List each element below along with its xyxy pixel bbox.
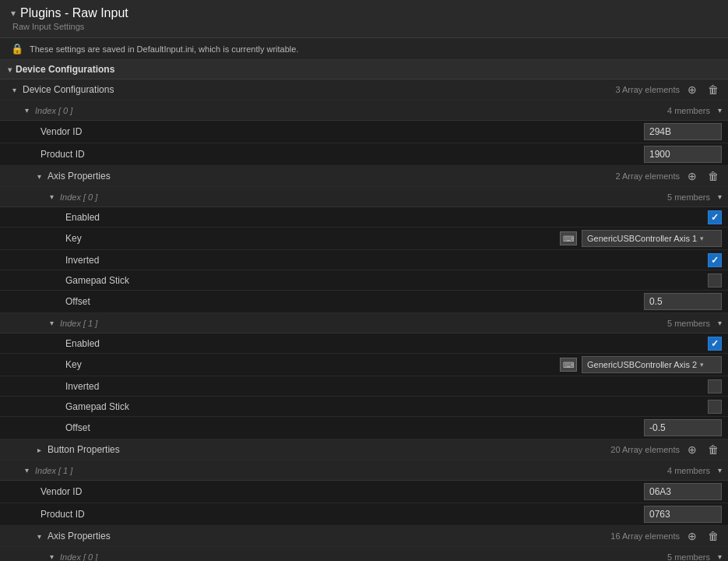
axis0-i0-member-count: 5 members bbox=[667, 192, 710, 202]
vendor-id-input-1[interactable] bbox=[644, 483, 722, 500]
axis0-i1-keyboard-icon[interactable]: ⌨ bbox=[560, 358, 577, 372]
product-id-label-0: Product ID bbox=[37, 149, 557, 160]
axis0-i0-offset-row: Offset bbox=[0, 291, 728, 313]
axis0-i0-key-row: Key ⌨ GenericUSBController Axis 1 ▾ bbox=[0, 228, 728, 250]
axis0-i1-inverted-checkbox[interactable] bbox=[708, 379, 722, 393]
axis0-i1-inverted-label: Inverted bbox=[62, 381, 557, 392]
axis0-i1-enabled-row: Enabled ✓ bbox=[0, 333, 728, 354]
axis0-i0-collapse-icon[interactable]: ▾ bbox=[718, 192, 722, 201]
page-subtitle: Raw Input Settings bbox=[11, 22, 717, 31]
section-header[interactable]: ▾ Device Configurations bbox=[0, 60, 728, 79]
axis0-i0-inverted-checkbox[interactable]: ✓ bbox=[708, 253, 722, 267]
info-text: These settings are saved in DefaultInput… bbox=[30, 44, 298, 54]
index0-collapse-icon[interactable]: ▾ bbox=[718, 106, 722, 115]
axis0-i1-collapse-icon[interactable]: ▾ bbox=[718, 319, 722, 327]
axis0-i1-key-label: Key bbox=[62, 359, 557, 370]
axis0-i0-key-label: Key bbox=[62, 233, 557, 244]
section-chevron-icon: ▾ bbox=[8, 65, 12, 74]
button-properties-row: ▸ Button Properties 20 Array elements ⊕ … bbox=[0, 439, 728, 460]
page-title: ▾ Plugins - Raw Input bbox=[11, 6, 717, 20]
axis0-index0-row[interactable]: ▾ Index [ 0 ] 5 members ▾ bbox=[0, 187, 728, 207]
product-id-row-0: Product ID bbox=[0, 143, 728, 166]
axis1-array-count: 16 Array elements bbox=[610, 531, 680, 541]
axis0-i0-key-dropdown[interactable]: GenericUSBController Axis 1 ▾ bbox=[582, 230, 722, 247]
axis1-i0-collapse-icon[interactable]: ▾ bbox=[718, 552, 722, 561]
chevron-icon: ▾ bbox=[11, 8, 16, 19]
btn-props-add-button[interactable]: ⊕ bbox=[684, 442, 700, 457]
index1-row[interactable]: ▾ Index [ 1 ] 4 members ▾ bbox=[0, 460, 728, 481]
axis-properties-0-label: Axis Properties bbox=[44, 171, 557, 182]
axis0-i0-inverted-row: Inverted ✓ bbox=[0, 250, 728, 270]
axis0-i1-key-row: Key ⌨ GenericUSBController Axis 2 ▾ bbox=[0, 354, 728, 376]
axis1-index0-label: Index [ 0 ] bbox=[57, 552, 557, 562]
axis0-i1-key-dropdown[interactable]: GenericUSBController Axis 2 ▾ bbox=[582, 356, 722, 373]
axis1-delete-button[interactable]: 🗑 bbox=[705, 528, 722, 544]
axis0-i1-inverted-row: Inverted bbox=[0, 376, 728, 397]
axis0-i0-keyboard-icon[interactable]: ⌨ bbox=[560, 231, 577, 245]
axis0-i0-gamepad-label: Gamepad Stick bbox=[62, 275, 557, 286]
btn-props-array-count: 20 Array elements bbox=[610, 445, 680, 454]
axis1-i0-chevron-icon: ▾ bbox=[50, 552, 54, 561]
axis0-i0-inverted-check-icon: ✓ bbox=[711, 255, 719, 266]
index0-label: Index [ 0 ] bbox=[32, 106, 557, 115]
vendor-id-label-1: Vendor ID bbox=[37, 486, 557, 497]
device-configurations-label: Device Configurations bbox=[19, 84, 557, 95]
axis0-i1-gamepad-checkbox[interactable] bbox=[708, 400, 722, 414]
product-id-row-1: Product ID bbox=[0, 503, 728, 526]
index0-row[interactable]: ▾ Index [ 0 ] 4 members ▾ bbox=[0, 101, 728, 121]
axis0-i0-offset-input[interactable] bbox=[644, 293, 722, 310]
axis-properties-0-row: ▾ Axis Properties 2 Array elements ⊕ 🗑 bbox=[0, 166, 728, 187]
axis0-i0-enabled-label: Enabled bbox=[62, 212, 557, 223]
axis0-i0-enabled-check-icon: ✓ bbox=[711, 212, 719, 223]
axis1-add-button[interactable]: ⊕ bbox=[684, 528, 700, 544]
index1-chevron-icon: ▾ bbox=[25, 466, 29, 475]
axis0-index0-label: Index [ 0 ] bbox=[57, 192, 557, 202]
index1-collapse-icon[interactable]: ▾ bbox=[718, 466, 722, 475]
axis0-i1-enabled-label: Enabled bbox=[62, 338, 557, 349]
axis1-index0-row[interactable]: ▾ Index [ 0 ] 5 members ▾ bbox=[0, 547, 728, 561]
axis0-i1-chevron-icon: ▾ bbox=[50, 319, 54, 327]
info-bar: 🔒 These settings are saved in DefaultInp… bbox=[0, 38, 728, 60]
index1-label: Index [ 1 ] bbox=[32, 466, 557, 475]
axis0-i0-enabled-checkbox[interactable]: ✓ bbox=[708, 210, 722, 224]
button-properties-label: Button Properties bbox=[44, 444, 557, 455]
axis0-i1-member-count: 5 members bbox=[667, 319, 710, 328]
axis0-i0-gamepad-checkbox[interactable] bbox=[708, 273, 722, 288]
axis0-i1-gamepad-label: Gamepad Stick bbox=[62, 401, 557, 412]
axis0-delete-button[interactable]: 🗑 bbox=[705, 168, 722, 184]
axis0-index1-row[interactable]: ▾ Index [ 1 ] 5 members ▾ bbox=[0, 313, 728, 333]
axis0-i1-gamepad-row: Gamepad Stick bbox=[0, 397, 728, 417]
axis0-i1-offset-input[interactable] bbox=[644, 419, 722, 436]
product-id-input-0[interactable] bbox=[644, 146, 722, 163]
index0-chevron-icon: ▾ bbox=[25, 106, 29, 115]
dc-add-button[interactable]: ⊕ bbox=[684, 82, 700, 97]
vendor-id-input-0[interactable] bbox=[644, 123, 722, 140]
axis0-i1-enabled-checkbox[interactable]: ✓ bbox=[708, 337, 722, 351]
axis0-i1-caret-icon: ▾ bbox=[700, 361, 704, 369]
axis0-i0-offset-label: Offset bbox=[62, 296, 557, 307]
btn-props-delete-button[interactable]: 🗑 bbox=[705, 442, 722, 457]
dc-delete-button[interactable]: 🗑 bbox=[705, 82, 722, 97]
axis0-i0-enabled-row: Enabled ✓ bbox=[0, 207, 728, 228]
axis0-add-button[interactable]: ⊕ bbox=[684, 168, 700, 184]
axis0-i1-check-icon: ✓ bbox=[711, 338, 719, 349]
vendor-id-row-0: Vendor ID bbox=[0, 121, 728, 143]
btn-props-chevron-icon: ▸ bbox=[37, 446, 41, 454]
product-id-input-1[interactable] bbox=[644, 506, 722, 523]
dc-array-count: 3 Array elements bbox=[615, 85, 680, 94]
device-configurations-row: ▾ Device Configurations 3 Array elements… bbox=[0, 79, 728, 101]
lock-icon: 🔒 bbox=[11, 43, 23, 55]
index1-member-count: 4 members bbox=[667, 466, 710, 475]
axis0-i0-key-value: GenericUSBController Axis 1 bbox=[587, 234, 697, 243]
axis0-i1-offset-label: Offset bbox=[62, 422, 557, 433]
axis0-i0-key-caret-icon: ▾ bbox=[700, 235, 704, 242]
axis1-chevron-icon: ▾ bbox=[37, 532, 41, 541]
axis1-i0-member-count: 5 members bbox=[667, 552, 710, 562]
dc-chevron-icon: ▾ bbox=[12, 86, 16, 94]
axis0-i0-gamepad-row: Gamepad Stick bbox=[0, 270, 728, 291]
index0-member-count: 4 members bbox=[667, 106, 710, 115]
header-bar: ▾ Plugins - Raw Input Raw Input Settings bbox=[0, 0, 728, 38]
axis0-index1-label: Index [ 1 ] bbox=[57, 319, 557, 328]
axis0-chevron-icon: ▾ bbox=[37, 172, 41, 181]
axis-properties-1-row: ▾ Axis Properties 16 Array elements ⊕ 🗑 bbox=[0, 526, 728, 547]
